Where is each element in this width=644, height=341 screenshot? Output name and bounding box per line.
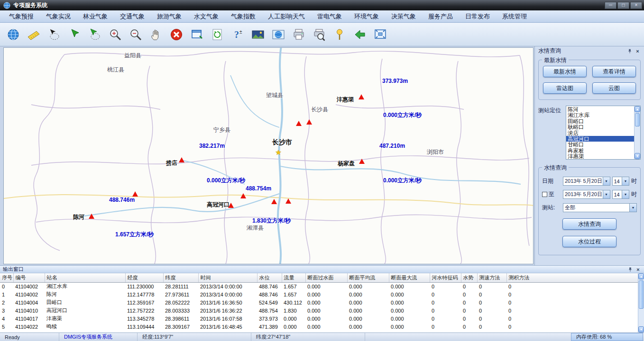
- column-header[interactable]: 经度: [125, 273, 163, 282]
- station-list-item[interactable]: 涝店: [566, 130, 634, 136]
- station-marker[interactable]: [89, 214, 94, 219]
- column-header[interactable]: 断面最大流: [389, 273, 430, 282]
- column-header[interactable]: 测积方法: [506, 273, 638, 282]
- menu-item[interactable]: 服务产品: [422, 10, 459, 22]
- scroll-up-icon[interactable]: [635, 106, 640, 112]
- date-from-select[interactable]: 2013年 5月20日: [563, 177, 610, 186]
- close-icon[interactable]: [635, 266, 641, 272]
- station-list-item[interactable]: 沣惠渠: [566, 153, 634, 159]
- station-marker[interactable]: [306, 119, 312, 125]
- pin-icon[interactable]: [626, 48, 633, 54]
- menu-item[interactable]: 环境气象: [348, 10, 385, 22]
- menu-item[interactable]: 交通气象: [114, 10, 151, 22]
- globe-icon[interactable]: [5, 26, 22, 44]
- hour-from-select[interactable]: 14: [612, 177, 630, 186]
- radar-chart-button[interactable]: 雷达图: [543, 82, 587, 94]
- view-details-button[interactable]: 查看详情: [592, 66, 636, 77]
- station-list-item[interactable]: 甘峪口: [566, 142, 634, 147]
- refresh-icon[interactable]: [209, 26, 226, 44]
- column-header[interactable]: 水势: [461, 273, 477, 282]
- column-header[interactable]: 站名: [45, 273, 125, 282]
- date-to-select[interactable]: 2013年 5月20日: [563, 190, 610, 199]
- water-level-process-button[interactable]: 水位过程: [562, 236, 616, 247]
- station-marker[interactable]: [132, 191, 138, 197]
- station-list-item[interactable]: 冉家桩: [566, 148, 634, 153]
- table-row[interactable]: 141104002陈河112.14777827.9736112013/3/14 …: [0, 290, 638, 298]
- select-lasso-icon[interactable]: [46, 26, 63, 44]
- station-list-item[interactable]: 田峪口: [566, 118, 634, 124]
- menu-item[interactable]: 人工影响天气: [262, 10, 311, 22]
- menu-item[interactable]: 气象预报: [3, 10, 40, 22]
- map-container[interactable]: 益阳县桃江县望城县长沙县宁乡县长沙市浏阳市湘潭县沣惠渠捞店杨家盘高冠河口陈河37…: [3, 47, 534, 264]
- column-header[interactable]: 河水特征码: [430, 273, 461, 282]
- column-header[interactable]: 序号: [0, 273, 13, 282]
- latest-water-button[interactable]: 最新水情: [543, 66, 587, 77]
- menu-item[interactable]: 旅游气象: [151, 10, 188, 22]
- station-list-item[interactable]: 湘江水库: [566, 112, 634, 118]
- deselect-lasso-icon[interactable]: [86, 26, 103, 44]
- pin-icon[interactable]: [627, 266, 633, 272]
- chevron-down-icon[interactable]: [603, 190, 610, 198]
- station-marker[interactable]: [240, 193, 246, 198]
- back-arrow-icon[interactable]: [351, 26, 368, 44]
- column-header[interactable]: 断面过水面: [305, 273, 347, 282]
- table-row[interactable]: 041104002湘江水库111.23000028.2811112013/3/1…: [0, 282, 638, 290]
- scroll-thumb[interactable]: [635, 113, 640, 126]
- station-marker[interactable]: [359, 159, 365, 164]
- image-layer-icon[interactable]: [249, 26, 267, 44]
- zoom-out-icon[interactable]: [127, 26, 144, 44]
- to-checkbox[interactable]: [542, 192, 547, 197]
- table-row[interactable]: 241104004田峪口112.35916728.0522222013/1/6 …: [0, 298, 638, 306]
- measure-icon[interactable]: [25, 26, 42, 44]
- window-extent-icon[interactable]: [188, 26, 205, 44]
- scroll-down-icon[interactable]: [638, 326, 644, 332]
- column-header[interactable]: 流量: [282, 273, 305, 282]
- station-list-item[interactable]: 陈河: [566, 107, 634, 112]
- menu-item[interactable]: 气象指数: [225, 10, 262, 22]
- station-marker[interactable]: [285, 198, 291, 204]
- close-button[interactable]: ×: [630, 2, 642, 9]
- station-list-item[interactable]: 耿峪口: [566, 124, 634, 130]
- pin-marker-icon[interactable]: [331, 26, 348, 44]
- table-row[interactable]: 341104010高冠河口112.75722228.0033332013/1/6…: [0, 306, 638, 314]
- stop-icon[interactable]: [168, 26, 185, 44]
- zoom-in-icon[interactable]: [107, 26, 124, 44]
- menu-item[interactable]: 水文气象: [188, 10, 225, 22]
- scroll-up-icon[interactable]: [638, 273, 644, 279]
- column-header[interactable]: 测速方法: [477, 273, 506, 282]
- station-list-scrollbar[interactable]: [634, 106, 640, 159]
- station-select[interactable]: 全部: [563, 203, 637, 212]
- station-marker[interactable]: [271, 199, 277, 204]
- station-marker[interactable]: [228, 203, 234, 208]
- hour-to-select[interactable]: 14: [612, 190, 630, 199]
- station-list-item[interactable]: 高冠河口: [566, 136, 634, 142]
- station-listbox[interactable]: 陈河湘江水库田峪口耿峪口涝店高冠河口甘峪口冉家桩沣惠渠: [566, 106, 641, 160]
- menu-item[interactable]: 气象实况: [40, 10, 77, 22]
- column-header[interactable]: 编号: [13, 273, 45, 282]
- column-header[interactable]: 纬度: [163, 273, 198, 282]
- column-header[interactable]: 断面平均流: [347, 273, 389, 282]
- print-icon[interactable]: [290, 26, 307, 44]
- world-layer-icon[interactable]: [270, 26, 287, 44]
- minimize-button[interactable]: ─: [605, 2, 616, 9]
- table-row[interactable]: 541104022鸣犊113.10944428.3091672013/1/6 1…: [0, 323, 638, 331]
- menu-item[interactable]: 系统管理: [496, 10, 533, 22]
- table-row[interactable]: 441104017沣惠渠113.34527828.3986112013/1/6 …: [0, 314, 638, 323]
- pan-hand-icon[interactable]: [147, 26, 165, 44]
- menu-item[interactable]: 决策气象: [385, 10, 422, 22]
- menu-item[interactable]: 日常发布: [459, 10, 496, 22]
- column-header[interactable]: 水位: [257, 273, 282, 282]
- chevron-down-icon[interactable]: [622, 190, 629, 198]
- chevron-down-icon[interactable]: [629, 204, 636, 212]
- station-marker[interactable]: [359, 94, 364, 99]
- print-preview-icon[interactable]: [311, 26, 328, 44]
- column-header[interactable]: 时间: [198, 273, 257, 282]
- close-icon[interactable]: [635, 48, 641, 54]
- maximize-button[interactable]: □: [617, 2, 629, 9]
- menu-item[interactable]: 雷电气象: [311, 10, 348, 22]
- output-scrollbar[interactable]: [638, 273, 644, 332]
- scroll-thumb[interactable]: [639, 280, 644, 309]
- help-icon[interactable]: ?±: [229, 26, 246, 44]
- pick-arrow-icon[interactable]: [66, 26, 83, 44]
- water-query-button[interactable]: 水情查询: [562, 218, 616, 230]
